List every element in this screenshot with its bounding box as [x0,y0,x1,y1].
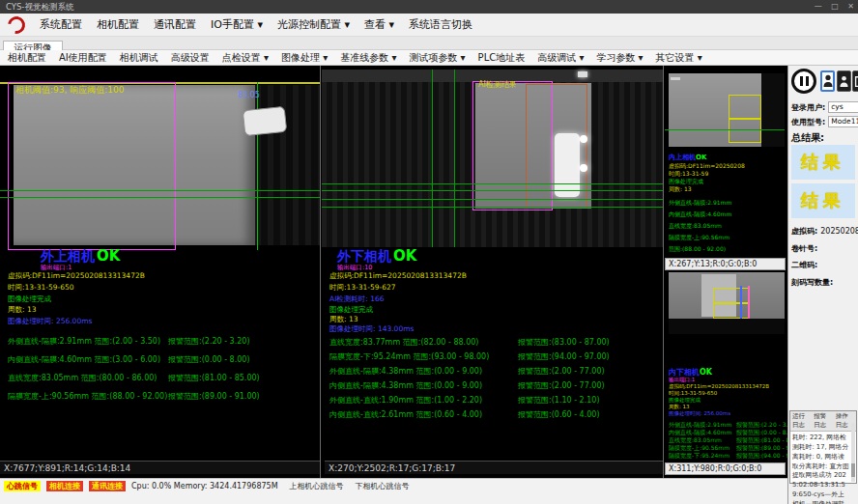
toolbar-learning-params[interactable]: 学习参数 ▾ [596,51,643,65]
middle-virtual-code: 虚拟码:DF11im=2025020813313472B [329,271,467,281]
window-title: CYS-视觉检测系统 [6,2,73,12]
menu-io-config[interactable]: IO手配置 ▾ [211,17,263,32]
window-controls: — □ ✕ [808,0,854,14]
overlay-roi-yellow [729,95,761,119]
maximize-button[interactable]: □ [831,2,839,11]
left-overlay-text: 相机阈值:93, 响应阈值:100 [15,84,124,97]
log-tabs: 运行日志 报警日志 操作日志 [790,411,856,432]
log-tab-run[interactable]: 运行日志 [792,412,811,430]
comm-connection-badge: 通讯连接 [89,481,126,491]
toolbar-advanced-debug[interactable]: 高级调试 ▾ [537,51,584,65]
menu-light-config[interactable]: 光源控制配置 ▾ [277,17,350,32]
measurement-row: 隔膜宽度-上:90.56mm 范围:(88.00 - 92.00)报警范围:(8… [0,391,320,401]
toolbar-spot-check[interactable]: 点检设置 ▾ [222,51,269,65]
mini-top-title: 内上相机OK [669,153,706,162]
toolbar-camera-config[interactable]: 相机配置 [8,51,46,65]
toolbar-plc-table[interactable]: PLC地址表 [478,51,526,65]
measurement-row: 内侧直线-隔膜:4.60mm 范围:(3.00 - 6.00)报警范围:(0.0… [0,354,320,364]
log-scrollbar-thumb[interactable] [851,463,855,477]
login-user-value[interactable]: cys [828,101,858,113]
mini-bottom-round-count: 周数: 13 [669,404,690,410]
middle-process-time: 图像处理时间: 143.00ms [329,324,414,334]
measurement-row: 隔膜宽度-下:95.24mm报警范围:(94.00 - 97.00) [665,452,785,462]
login-user-label: 登录用户: [791,102,825,113]
menu-language-switch[interactable]: 系统语言切换 [409,17,472,32]
left-cursor-coords: X:7677;Y:891;R:14;G:14;B:14 [0,461,320,474]
toolbar: 相机配置 AI使用配置 相机调试 高级设置 点检设置 ▾ 图像处理 ▾ 基准线参… [0,50,858,66]
toolbar-camera-debug[interactable]: 相机调试 [120,51,158,65]
overlay-vline-green [432,70,433,247]
measurement-row: 内侧直线-直线:2.61mm 范围:(0.60 - 4.00)报警范围:(0.6… [322,409,663,419]
mini-top-row: 范围:(88.00 - 92.00) [669,245,726,254]
model-row: 使用型号: Mode11 [791,116,858,127]
pause-icon [806,76,809,86]
menu-view[interactable]: 查看 ▾ [364,17,394,32]
pause-icon [800,76,803,86]
left-ok-badge: OK [97,247,120,265]
model-label: 使用型号: [791,117,825,127]
exit-door-icon [854,75,858,88]
menu-comm-config[interactable]: 通讯配置 [154,17,196,32]
overlay-vline-green [257,82,258,250]
middle-cursor-coords: X:270;Y:2502;R:17;G:17;B:17 [325,461,663,474]
measurement-row: 内侧直线-隔膜:4.38mm 范围:(0.00 - 9.00)报警范围:(2.0… [322,380,663,390]
mini-top-row: 隔膜宽度-上:90.56mm [669,234,729,242]
write-count-label: 刻码写数量: [791,277,833,288]
login-user-row: 登录用户: cys [791,101,858,113]
mini-bottom-time: 时间:13-31-59-650 [669,390,717,397]
menu-system-config[interactable]: 系统配置 [40,17,82,32]
tab-strip: 运行图像 [0,37,858,50]
exit-button[interactable] [852,70,858,92]
cpu-memory-status: Cpu: 0.0% Memory: 3424.41796875M [131,481,278,491]
user-login-button[interactable] [820,70,835,92]
close-button[interactable]: ✕ [847,2,854,11]
overlay-roi-magenta [8,82,176,250]
middle-overlay-text: AI检测结果 [478,79,517,90]
left-image-connector [243,106,288,136]
person-icon [840,75,848,88]
virtual-code-label: 虚拟码: [791,226,817,237]
toolbar-other-settings[interactable]: 其它设置 ▾ [656,51,702,65]
toolbar-test-params[interactable]: 测试项参数 ▾ [409,51,465,65]
overlay-hline-green [0,190,320,191]
overlay-hline-green [665,129,785,130]
model-input[interactable]: Mode11 [828,116,858,127]
toolbar-ai-config[interactable]: AI使用配置 [59,51,107,65]
middle-process-done: 图像处理完成 [329,305,373,315]
overlay-roi-yellow [729,119,761,143]
panel-divider [320,66,321,478]
overlay-roi-yellow [713,288,750,303]
main-view: 相机阈值:93, 响应阈值:100 83.05 外上相机OK 输出端口:1 虚拟… [0,66,787,478]
measurement-row: 外侧直线-直线:1.90mm 范围:(1.00 - 2.20)报警范围:(1.1… [322,395,663,405]
minimize-button[interactable]: — [815,2,822,11]
toolbar-baseline-params[interactable]: 基准线参数 ▾ [340,51,396,65]
toolbar-image-processing[interactable]: 图像处理 ▾ [281,51,328,65]
middle-time: 时间:13-31-59-627 [329,283,396,293]
log-scrollbar[interactable] [851,423,855,482]
middle-image-glint [580,164,587,172]
pause-button[interactable] [791,69,816,94]
mini-top-round-count: 周数: 13 [669,185,692,194]
mini-top-row: 内侧直线-隔膜:4.60mm [669,210,731,219]
overlay-hline-green [0,197,320,198]
virtual-code-value: 20250208 [820,227,858,236]
overlay-vline-pink [748,286,750,321]
mini-top-glare [671,77,680,80]
toolbar-advanced-settings[interactable]: 高级设置 [171,51,210,65]
mini-top-cursor-coords: X:267;Y:13;R:0;G:0;B:0 [665,258,786,270]
status-bar: 心跳信号 相机连接 通讯连接 Cpu: 0.0% Memory: 3424.41… [0,478,787,504]
menu-bar: 系统配置 相机配置 通讯配置 IO手配置 ▾ 光源控制配置 ▾ 查看 ▾ 系统语… [0,14,858,37]
title-bar: CYS-视觉检测系统 — □ ✕ [0,0,858,14]
result-box-1: 结果 [791,145,855,180]
user-switch-button[interactable] [837,70,851,92]
left-process-time: 图像处理时间: 256.00ms [8,317,92,326]
lower-camera-heartbeat: 下相机心跳信号 [356,481,410,491]
left-process-done: 图像处理完成 [8,294,51,304]
log-tab-alarm[interactable]: 报警日志 [814,412,832,430]
mini-bottom-process-time: 图像处理时间: 256.00ms [669,410,730,417]
camera-connection-badge: 相机连接 [46,481,83,491]
measurement-row: 隔膜宽度-下:95.24mm 范围:(93.00 - 98.00)报警范围:(9… [322,351,663,361]
mini-bottom-virtual-code: 虚拟码:DF11im=2025020813313472B [669,383,769,390]
menu-camera-config[interactable]: 相机配置 [97,17,139,32]
middle-image-bright-blob [555,133,580,197]
